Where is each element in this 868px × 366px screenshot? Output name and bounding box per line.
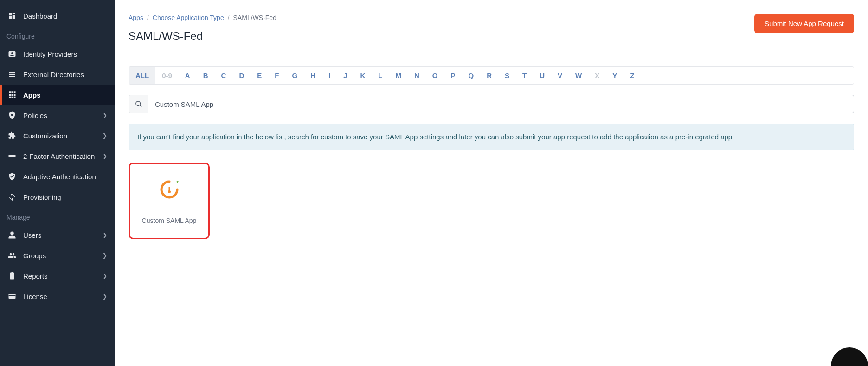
breadcrumb-separator: / — [147, 14, 149, 21]
credit-card-icon — [7, 292, 17, 301]
filter-t[interactable]: T — [516, 67, 533, 84]
shield-check-icon — [7, 172, 17, 181]
filter-r[interactable]: R — [480, 67, 498, 84]
svg-rect-0 — [9, 13, 12, 15]
svg-rect-8 — [12, 92, 13, 93]
clipboard-icon — [7, 271, 17, 281]
sidebar-item-policies[interactable]: Policies ❯ — [0, 105, 115, 125]
sidebar-item-dashboard[interactable]: Dashboard — [0, 6, 115, 26]
svg-rect-2 — [13, 15, 15, 19]
filter-0-9[interactable]: 0-9 — [155, 67, 179, 84]
sync-icon — [7, 192, 17, 202]
sidebar-item-2fa[interactable]: 2-Factor Authentication ❯ — [0, 146, 115, 166]
filter-b[interactable]: B — [197, 67, 215, 84]
filter-p[interactable]: P — [444, 67, 462, 84]
sidebar-item-label: Customization — [23, 132, 67, 140]
filter-j[interactable]: J — [337, 67, 354, 84]
sidebar-item-license[interactable]: License ❯ — [0, 286, 115, 307]
svg-rect-12 — [14, 94, 16, 96]
dashboard-icon — [7, 11, 17, 20]
filter-k[interactable]: K — [354, 67, 372, 84]
filter-v[interactable]: V — [551, 67, 569, 84]
shield-search-icon — [7, 111, 17, 120]
sidebar-item-label: Policies — [23, 111, 47, 119]
svg-line-20 — [140, 105, 141, 107]
svg-rect-3 — [9, 16, 12, 19]
filter-all[interactable]: ALL — [129, 67, 155, 84]
svg-rect-4 — [9, 72, 15, 73]
svg-rect-10 — [9, 94, 11, 96]
puzzle-icon — [7, 131, 17, 140]
filter-s[interactable]: S — [498, 67, 516, 84]
svg-rect-14 — [12, 97, 13, 98]
filter-l[interactable]: L — [372, 67, 389, 84]
page-title: SAML/WS-Fed — [129, 30, 276, 43]
filter-h[interactable]: H — [304, 67, 322, 84]
sidebar-item-identity-providers[interactable]: Identity Providers — [0, 44, 115, 64]
svg-rect-16 — [9, 155, 16, 157]
alphabet-filter: ALL 0-9 A B C D E F G H I J K L M N O P … — [129, 66, 854, 85]
info-banner: If you can't find your application in th… — [129, 124, 854, 150]
breadcrumb-current: SAML/WS-Fed — [233, 14, 276, 21]
id-card-icon — [7, 49, 17, 59]
search-input[interactable] — [148, 95, 854, 113]
sidebar-item-label: 2-Factor Authentication — [23, 152, 95, 160]
section-configure: Configure — [0, 26, 115, 44]
filter-d[interactable]: D — [232, 67, 251, 84]
filter-m[interactable]: M — [389, 67, 408, 84]
filter-f[interactable]: F — [268, 67, 285, 84]
svg-rect-7 — [9, 92, 11, 93]
sidebar-item-adaptive-auth[interactable]: Adaptive Authentication — [0, 166, 115, 187]
svg-rect-15 — [14, 97, 16, 98]
sidebar-item-external-directories[interactable]: External Directories — [0, 64, 115, 85]
chevron-right-icon: ❯ — [103, 232, 107, 238]
sidebar-item-users[interactable]: Users ❯ — [0, 225, 115, 245]
password-icon — [7, 151, 17, 161]
sidebar-item-label: Groups — [23, 252, 46, 260]
svg-rect-11 — [12, 94, 13, 96]
filter-c[interactable]: C — [215, 67, 233, 84]
filter-x[interactable]: X — [588, 67, 606, 84]
sidebar-item-provisioning[interactable]: Provisioning — [0, 187, 115, 207]
svg-rect-22 — [168, 187, 170, 192]
filter-q[interactable]: Q — [462, 67, 481, 84]
sidebar: Dashboard Configure Identity Providers E… — [0, 0, 115, 366]
breadcrumb-link-type[interactable]: Choose Application Type — [153, 14, 224, 21]
app-card-custom-saml[interactable]: Custom SAML App — [129, 163, 210, 239]
breadcrumb: Apps / Choose Application Type / SAML/WS… — [129, 14, 276, 21]
filter-w[interactable]: W — [569, 67, 588, 84]
filter-u[interactable]: U — [533, 67, 551, 84]
sidebar-item-apps[interactable]: Apps — [0, 85, 115, 105]
filter-e[interactable]: E — [251, 67, 268, 84]
filter-z[interactable]: Z — [624, 67, 641, 84]
chevron-right-icon: ❯ — [103, 293, 107, 300]
filter-n[interactable]: N — [408, 67, 426, 84]
app-logo-icon — [158, 178, 181, 203]
sidebar-item-customization[interactable]: Customization ❯ — [0, 125, 115, 146]
sidebar-item-label: Dashboard — [23, 12, 57, 20]
chevron-right-icon: ❯ — [103, 132, 107, 139]
svg-rect-6 — [9, 76, 15, 77]
sidebar-item-label: Reports — [23, 272, 48, 280]
filter-i[interactable]: I — [322, 67, 337, 84]
svg-rect-18 — [9, 295, 16, 296]
sidebar-item-label: Identity Providers — [23, 50, 77, 58]
filter-a[interactable]: A — [179, 67, 197, 84]
list-icon — [7, 70, 17, 79]
submit-new-app-request-button[interactable]: Submit New App Request — [754, 14, 854, 33]
sidebar-item-groups[interactable]: Groups ❯ — [0, 245, 115, 266]
breadcrumb-link-apps[interactable]: Apps — [129, 14, 143, 21]
svg-rect-13 — [9, 97, 11, 98]
svg-rect-9 — [14, 92, 16, 93]
filter-g[interactable]: G — [285, 67, 304, 84]
svg-point-19 — [136, 101, 140, 105]
chevron-right-icon: ❯ — [103, 252, 107, 259]
filter-y[interactable]: Y — [606, 67, 624, 84]
sidebar-item-reports[interactable]: Reports ❯ — [0, 266, 115, 286]
filter-o[interactable]: O — [426, 67, 444, 84]
sidebar-item-label: Apps — [23, 91, 41, 99]
app-card-label: Custom SAML App — [142, 217, 197, 224]
sidebar-item-label: License — [23, 293, 47, 301]
sidebar-item-label: Adaptive Authentication — [23, 173, 96, 181]
divider — [129, 53, 854, 53]
